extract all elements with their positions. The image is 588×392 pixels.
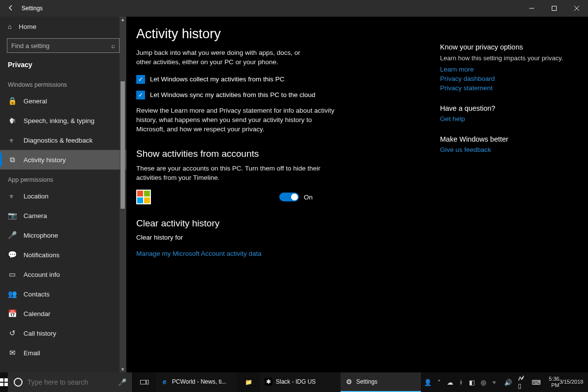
learn-more-link[interactable]: Learn more [440, 66, 573, 73]
manage-activity-link[interactable]: Manage my Microsoft Account activity dat… [136, 250, 262, 257]
tray-people-icon[interactable]: 👤 [421, 372, 435, 392]
checkbox-label: Let Windows sync my activities from this… [150, 91, 316, 98]
window-title: Settings [22, 5, 43, 12]
svg-rect-3 [147, 380, 148, 384]
sidebar-item-camera[interactable]: 📷 Camera [0, 206, 126, 225]
sidebar-item-contacts[interactable]: 👥 Contacts [0, 284, 126, 304]
tray-bluetooth-icon[interactable]: ᚼ [456, 372, 466, 392]
cortana-search[interactable]: 🎤 [8, 372, 133, 392]
cortana-icon [14, 378, 23, 387]
start-button[interactable] [0, 378, 8, 386]
edge-icon: e [160, 377, 169, 386]
sidebar-home[interactable]: ⌂ Home [0, 17, 126, 36]
sidebar-item-account-info[interactable]: ▭ Account info [0, 265, 126, 284]
sidebar-item-label: Camera [24, 212, 47, 220]
sidebar-item-activity-history[interactable]: ⧉ Activity history [0, 150, 126, 170]
location-icon: ᯤ [8, 192, 17, 200]
checkbox-icon[interactable]: ✓ [136, 75, 145, 84]
tray-chevron-up-icon[interactable]: ˄ [435, 372, 444, 392]
taskbar: 🎤 e PCWorld - News, ti... 📁 ✱ Slack - ID… [0, 372, 588, 392]
tray-onedrive-icon[interactable]: ☁ [444, 372, 456, 392]
account-row: On [136, 190, 440, 204]
speech-icon: 🗣 [8, 117, 17, 125]
calendar-icon: 📅 [8, 309, 17, 318]
taskbar-app-label: Settings [356, 378, 377, 385]
aside-panel: Know your privacy options Learn how this… [440, 26, 588, 372]
task-view-button[interactable] [133, 372, 156, 392]
tray-volume-icon[interactable]: 🔊 [501, 372, 515, 392]
home-icon: ⌂ [8, 23, 12, 30]
sidebar-category: Privacy [0, 58, 126, 74]
gear-icon: ⚙ [344, 377, 353, 386]
sidebar-item-label: Calendar [24, 310, 50, 318]
system-tray: 👤 ˄ ☁ ᚼ ◧ ◎ ᯤ 🔊 🗲▯ ⌨ 5:36 PM 3/15/2018 💬… [421, 372, 588, 392]
maximize-button[interactable] [543, 0, 565, 17]
aside-better-title: Make Windows better [440, 135, 573, 143]
sidebar-item-label: Diagnostics & feedback [24, 137, 93, 144]
accounts-desc: These are your accounts on this PC. Turn… [136, 164, 322, 183]
aside-question-title: Have a question? [440, 104, 573, 112]
svg-rect-2 [141, 380, 146, 384]
cortana-input[interactable] [27, 378, 113, 386]
tray-wifi-icon[interactable]: ᯤ [489, 372, 501, 392]
checkbox-sync[interactable]: ✓ Let Windows sync my activities from th… [136, 91, 440, 99]
get-help-link[interactable]: Get help [440, 115, 573, 122]
sidebar-search[interactable]: ⌕ [7, 38, 120, 53]
scrollbar-thumb[interactable] [121, 81, 125, 209]
clear-heading: Clear activity history [136, 218, 440, 229]
title-bar: Settings [0, 0, 588, 17]
scroll-down-icon[interactable]: ▼ [121, 367, 125, 372]
microsoft-logo-icon [136, 190, 151, 204]
privacy-dashboard-link[interactable]: Privacy dashboard [440, 75, 573, 82]
aside-privacy-desc: Learn how this setting impacts your priv… [440, 54, 573, 63]
task-view-icon [140, 379, 149, 386]
close-button[interactable] [565, 0, 588, 17]
taskbar-app-label: Slack - IDG US [276, 378, 316, 385]
sidebar-item-call-history[interactable]: ↺ Call history [0, 323, 126, 343]
back-button[interactable] [0, 4, 22, 13]
taskbar-app-explorer[interactable]: 📁 [237, 372, 260, 392]
sidebar-item-calendar[interactable]: 📅 Calendar [0, 304, 126, 323]
taskbar-app-settings[interactable]: ⚙ Settings [341, 372, 421, 392]
diagnostics-icon: ᯤ [8, 136, 17, 145]
tray-keyboard-icon[interactable]: ⌨ [529, 372, 544, 392]
account-toggle[interactable] [279, 193, 299, 201]
tray-location-icon[interactable]: ◎ [478, 372, 489, 392]
sidebar-item-general[interactable]: 🔒 General [0, 91, 126, 111]
sidebar-item-location[interactable]: ᯤ Location [0, 186, 126, 206]
notifications-icon: 💬 [8, 250, 17, 259]
callhistory-icon: ↺ [8, 329, 17, 338]
sidebar-item-label: Speech, inking, & typing [24, 117, 95, 124]
sidebar-item-microphone[interactable]: 🎤 Microphone [0, 225, 126, 245]
sidebar-section-windows: Windows permissions [0, 74, 126, 91]
clear-for-label: Clear history for [136, 234, 440, 241]
sidebar-item-label: Location [24, 193, 49, 200]
account-icon: ▭ [8, 270, 17, 279]
sidebar-search-input[interactable] [11, 42, 111, 49]
taskbar-app-slack[interactable]: ✱ Slack - IDG US [260, 372, 341, 392]
taskbar-app-edge[interactable]: e PCWorld - News, ti... [156, 372, 237, 392]
accounts-heading: Show activities from accounts [136, 148, 440, 159]
contacts-icon: 👥 [8, 290, 17, 298]
clock-date: 3/15/2018 [560, 379, 584, 385]
lock-icon: 🔒 [8, 97, 17, 105]
feedback-link[interactable]: Give us feedback [440, 146, 573, 153]
microphone-icon: 🎤 [8, 231, 17, 240]
sidebar-item-speech[interactable]: 🗣 Speech, inking, & typing [0, 111, 126, 130]
checkbox-icon[interactable]: ✓ [136, 91, 145, 99]
sidebar-item-diagnostics[interactable]: ᯤ Diagnostics & feedback [0, 130, 126, 150]
sidebar-scrollbar[interactable]: ▲ ▼ [120, 17, 126, 372]
mic-icon[interactable]: 🎤 [118, 378, 126, 386]
tray-clock[interactable]: 5:36 PM 3/15/2018 [544, 372, 587, 392]
checkbox-collect[interactable]: ✓ Let Windows collect my activities from… [136, 75, 440, 84]
privacy-statement-link[interactable]: Privacy statement [440, 84, 573, 92]
page-title: Activity history [136, 26, 440, 42]
tray-app-icon[interactable]: ◧ [466, 372, 478, 392]
email-icon: ✉ [8, 348, 17, 357]
sidebar-item-notifications[interactable]: 💬 Notifications [0, 245, 126, 265]
sidebar-item-label: Email [24, 349, 40, 357]
minimize-button[interactable] [520, 0, 543, 17]
scroll-up-icon[interactable]: ▲ [121, 17, 125, 23]
sidebar-item-email[interactable]: ✉ Email [0, 343, 126, 363]
tray-battery-icon[interactable]: 🗲▯ [515, 372, 529, 392]
